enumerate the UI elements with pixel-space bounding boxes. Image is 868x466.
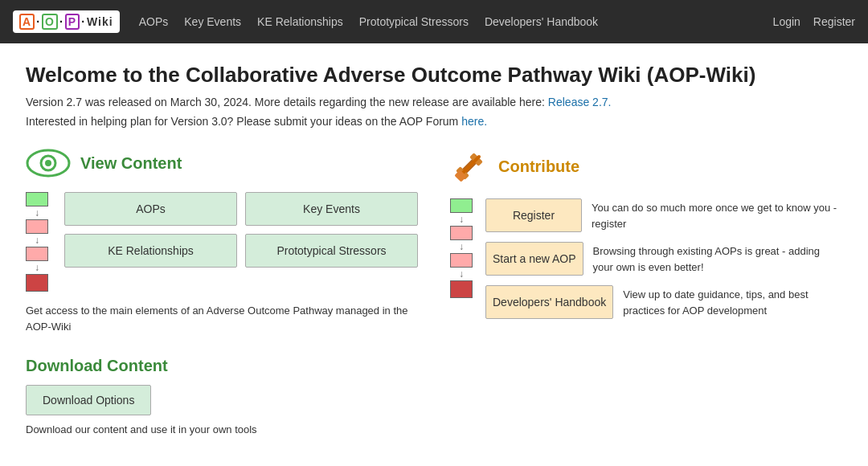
columns: View Content ↓ ↓ ↓ AOPs Key Events xyxy=(26,147,842,435)
download-section: Download Content Download Options Downlo… xyxy=(26,357,418,435)
diag-box-1 xyxy=(26,192,48,206)
diag-r-box-2 xyxy=(450,226,473,240)
contribute-header: Contribute xyxy=(450,147,842,186)
contribute-row-0: Register You can do so much more once we… xyxy=(485,198,842,232)
contribute-buttons: Register You can do so much more once we… xyxy=(485,198,842,319)
view-content-description: Get access to the main elements of an Ad… xyxy=(26,303,418,334)
contribute-title: Contribute xyxy=(498,157,579,176)
diag-r-box-1 xyxy=(450,198,473,213)
key-events-button[interactable]: Key Events xyxy=(245,192,418,226)
register-button[interactable]: Register xyxy=(485,198,582,232)
logo[interactable]: A·O·P·Wiki xyxy=(13,10,120,33)
diag-r-box-4 xyxy=(450,280,473,298)
view-content-header: View Content xyxy=(26,147,418,179)
developers-handbook-button[interactable]: Developers' Handbook xyxy=(485,285,613,319)
nav-register[interactable]: Register xyxy=(813,15,855,28)
right-column: Contribute ↓ ↓ ↓ Register xyxy=(450,147,842,435)
prototypical-stressors-button[interactable]: Prototypical Stressors xyxy=(245,234,418,268)
view-content-title: View Content xyxy=(80,154,182,173)
nav-developers-handbook[interactable]: Developers' Handbook xyxy=(485,15,598,28)
nav-key-events[interactable]: Key Events xyxy=(184,15,241,28)
diag-r-arrow-1: ↓ xyxy=(459,215,464,224)
eye-icon xyxy=(26,147,71,179)
ke-relationships-button[interactable]: KE Relationships xyxy=(64,234,237,268)
view-content-buttons: AOPs Key Events KE Relationships Prototy… xyxy=(64,192,418,268)
start-aop-desc: Browsing through existing AOPs is great … xyxy=(593,242,843,275)
version-subtitle: Version 2.7 was released on March 30, 20… xyxy=(26,96,842,108)
svg-point-2 xyxy=(45,160,51,166)
page-title: Welcome to the Collaborative Adverse Out… xyxy=(26,63,842,88)
view-content-area: ↓ ↓ ↓ AOPs Key Events KE Relationships P… xyxy=(26,192,418,292)
start-new-aop-button[interactable]: Start a new AOP xyxy=(485,242,583,276)
aops-button[interactable]: AOPs xyxy=(64,192,237,226)
aop-diagram-left: ↓ ↓ ↓ xyxy=(26,192,48,292)
diag-arrow-1: ↓ xyxy=(35,208,39,218)
nav-prototypical-stressors[interactable]: Prototypical Stressors xyxy=(359,15,469,28)
contribute-row-2: Developers' Handbook View up to date gui… xyxy=(485,285,842,319)
contribute-row-1: Start a new AOP Browsing through existin… xyxy=(485,242,842,276)
contribute-area: ↓ ↓ ↓ Register You can do so much more o… xyxy=(450,198,842,319)
diag-r-box-3 xyxy=(450,253,473,268)
nav-login[interactable]: Login xyxy=(773,15,800,28)
left-column: View Content ↓ ↓ ↓ AOPs Key Events xyxy=(26,147,418,435)
download-description: Download our content and use it in your … xyxy=(26,423,418,435)
main-content: Welcome to the Collaborative Adverse Out… xyxy=(0,43,868,455)
version3-subtitle: Interested in helping plan for Version 3… xyxy=(26,115,842,128)
diag-r-arrow-2: ↓ xyxy=(459,242,464,251)
release-link[interactable]: Release 2.7. xyxy=(548,96,612,108)
nav-aops[interactable]: AOPs xyxy=(139,15,169,28)
download-options-button[interactable]: Download Options xyxy=(26,385,151,415)
register-desc: You can do so much more once we get to k… xyxy=(592,198,842,231)
nav-ke-relationships[interactable]: KE Relationships xyxy=(257,15,343,28)
navbar: A·O·P·Wiki AOPs Key Events KE Relationsh… xyxy=(0,0,868,43)
download-title: Download Content xyxy=(26,357,418,375)
tools-icon xyxy=(450,147,489,186)
developers-handbook-desc: View up to date guidance, tips, and best… xyxy=(623,285,842,318)
diag-r-arrow-3: ↓ xyxy=(459,269,464,279)
here-link[interactable]: here. xyxy=(461,115,487,128)
diag-arrow-3: ↓ xyxy=(35,263,39,272)
diag-box-2 xyxy=(26,219,48,234)
nav-auth: Login Register xyxy=(773,15,855,28)
nav-links: AOPs Key Events KE Relationships Prototy… xyxy=(139,15,598,28)
diag-arrow-2: ↓ xyxy=(35,235,39,245)
diag-box-4 xyxy=(26,274,48,292)
diag-box-3 xyxy=(26,247,48,261)
aop-diagram-right: ↓ ↓ ↓ xyxy=(450,198,473,298)
